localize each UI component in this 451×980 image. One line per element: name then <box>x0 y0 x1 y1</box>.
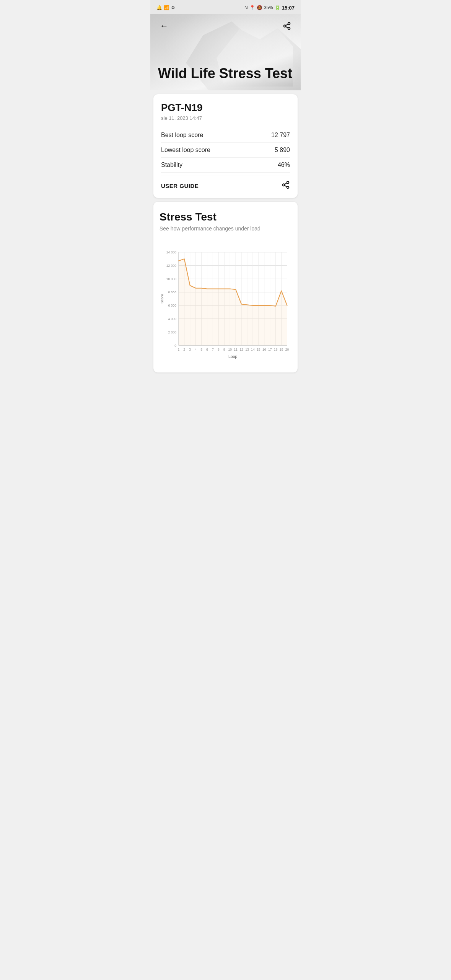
svg-text:14: 14 <box>251 348 255 351</box>
svg-text:7: 7 <box>212 348 214 351</box>
svg-text:14 000: 14 000 <box>166 250 177 254</box>
stability-label: Stability <box>161 162 182 168</box>
svg-line-8 <box>285 185 287 187</box>
svg-text:10 000: 10 000 <box>166 277 177 281</box>
svg-text:10: 10 <box>228 348 232 351</box>
stability-row: Stability 46% <box>161 158 290 173</box>
stress-test-card: Stress Test See how performance changes … <box>153 202 298 372</box>
wifi-icon: 📶 <box>164 5 169 10</box>
user-guide-row[interactable]: USER GUIDE <box>161 175 290 192</box>
location-icon: 📍 <box>249 5 255 10</box>
silent-icon: 🔕 <box>257 5 262 10</box>
status-left: 🔔 📶 ⚙ <box>156 5 175 10</box>
battery-icon: 🔋 <box>275 5 280 10</box>
svg-text:4: 4 <box>195 348 197 351</box>
svg-text:2: 2 <box>183 348 185 351</box>
result-card: PGT-N19 sie 11, 2023 14:47 Best loop sco… <box>153 94 298 198</box>
svg-text:12: 12 <box>239 348 243 351</box>
svg-line-9 <box>285 183 287 185</box>
svg-text:4 000: 4 000 <box>168 317 177 321</box>
status-bar: 🔔 📶 ⚙ N 📍 🔕 35% 🔋 15:07 <box>150 0 301 14</box>
svg-text:20: 20 <box>285 348 289 351</box>
svg-line-3 <box>286 26 288 28</box>
svg-text:11: 11 <box>234 348 238 351</box>
svg-text:3: 3 <box>189 348 191 351</box>
best-loop-value: 12 797 <box>271 132 290 139</box>
svg-text:9: 9 <box>223 348 225 351</box>
best-loop-label: Best loop score <box>161 132 203 139</box>
svg-text:1: 1 <box>177 348 179 351</box>
lowest-loop-row: Lowest loop score 5 890 <box>161 143 290 158</box>
svg-text:5: 5 <box>200 348 202 351</box>
svg-text:16: 16 <box>262 348 266 351</box>
svg-text:6 000: 6 000 <box>168 304 177 307</box>
svg-text:6: 6 <box>206 348 208 351</box>
nav-buttons: ← <box>150 18 301 34</box>
svg-text:Loop: Loop <box>228 354 238 359</box>
user-guide-label: USER GUIDE <box>161 183 199 189</box>
stability-value: 46% <box>278 162 290 168</box>
svg-text:2 000: 2 000 <box>168 330 177 334</box>
stress-test-title: Stress Test <box>160 211 291 223</box>
device-date: sie 11, 2023 14:47 <box>161 115 290 121</box>
svg-text:8: 8 <box>218 348 220 351</box>
svg-text:0: 0 <box>174 344 176 348</box>
svg-line-4 <box>286 24 288 26</box>
user-guide-share-icon[interactable] <box>282 181 290 191</box>
svg-text:15: 15 <box>257 348 261 351</box>
svg-text:17: 17 <box>268 348 272 351</box>
device-name: PGT-N19 <box>161 102 290 114</box>
back-button[interactable]: ← <box>156 18 172 34</box>
svg-text:Score: Score <box>160 294 164 304</box>
svg-text:18: 18 <box>274 348 278 351</box>
nfc-icon: N <box>244 5 248 10</box>
status-time: 15:07 <box>282 5 295 11</box>
stress-chart: 02 0004 0006 0008 00010 00012 00014 0001… <box>160 242 291 365</box>
best-loop-row: Best loop score 12 797 <box>161 128 290 143</box>
svg-text:8 000: 8 000 <box>168 291 177 294</box>
battery-percent: 35% <box>264 5 273 10</box>
stress-test-subtitle: See how performance changes under load <box>160 225 291 232</box>
svg-text:12 000: 12 000 <box>166 264 177 268</box>
settings-icon: ⚙ <box>171 5 175 10</box>
share-button[interactable] <box>279 18 295 34</box>
status-right: N 📍 🔕 35% 🔋 15:07 <box>244 5 295 11</box>
svg-text:13: 13 <box>245 348 249 351</box>
lowest-loop-value: 5 890 <box>275 147 290 154</box>
notification-icon: 🔔 <box>156 5 162 10</box>
svg-text:19: 19 <box>280 348 283 351</box>
hero-section: ← Wild Life Stress Test <box>150 14 301 90</box>
lowest-loop-label: Lowest loop score <box>161 147 210 154</box>
hero-title: Wild Life Stress Test <box>158 65 292 81</box>
